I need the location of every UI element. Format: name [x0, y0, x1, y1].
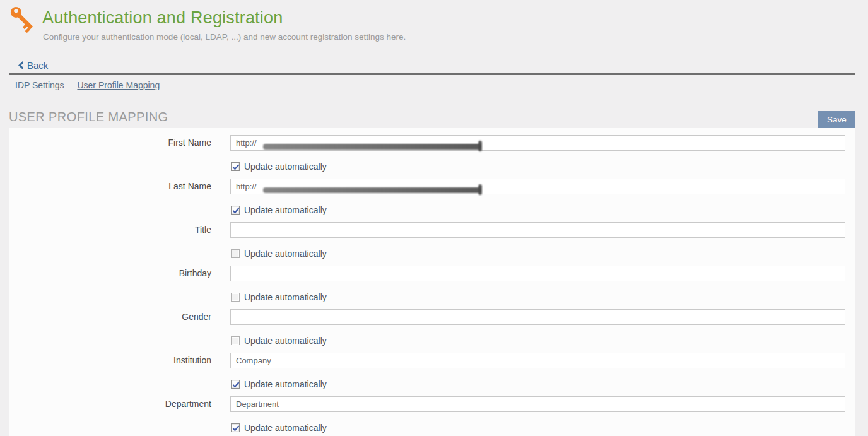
field-row-title: Title Update automatically [9, 222, 855, 264]
field-input-department[interactable] [230, 396, 845, 412]
update-automatically-row: Update automatically [231, 205, 327, 215]
update-automatically-label: Update automatically [244, 336, 327, 346]
field-row-last-name: Last Name Update automatically [9, 179, 855, 221]
update-automatically-label: Update automatically [244, 205, 327, 215]
update-automatically-checkbox-gender[interactable] [231, 336, 240, 345]
field-input-wrap [230, 179, 845, 194]
check-icon [232, 207, 240, 215]
check-icon [232, 381, 240, 389]
field-input-gender[interactable] [230, 309, 845, 325]
field-input-wrap [230, 396, 845, 412]
field-input-wrap [230, 353, 845, 368]
update-automatically-checkbox-institution[interactable] [231, 380, 240, 389]
update-automatically-checkbox-birthday[interactable] [231, 293, 240, 302]
redacted-value-smudge [263, 144, 481, 150]
field-label-birthday: Birthday [9, 266, 211, 281]
update-automatically-row: Update automatically [231, 379, 327, 389]
field-label-institution: Institution [9, 353, 211, 368]
check-icon [232, 163, 240, 171]
page-title: Authentication and Registration [42, 8, 283, 28]
tab-idp-settings[interactable]: IDP Settings [15, 80, 64, 90]
section-heading: USER PROFILE MAPPING [9, 110, 168, 124]
field-label-title: Title [9, 222, 211, 238]
redacted-value-smudge [263, 187, 481, 193]
field-label-last-name: Last Name [9, 179, 211, 194]
back-chevron-icon [17, 61, 24, 70]
field-label-gender: Gender [9, 309, 211, 325]
check-icon [232, 425, 240, 432]
back-link[interactable]: Back [17, 60, 48, 71]
field-row-gender: Gender Update automatically [9, 309, 855, 351]
field-row-institution: Institution Update automatically [9, 353, 855, 395]
field-row-first-name: First Name Update automatically [9, 135, 855, 177]
field-label-department: Department [9, 396, 211, 412]
field-input-wrap [230, 135, 845, 151]
update-automatically-row: Update automatically [231, 162, 327, 172]
key-icon [8, 4, 38, 34]
field-row-birthday: Birthday Update automatically [9, 266, 855, 308]
field-input-wrap [230, 266, 845, 281]
field-input-wrap [230, 309, 845, 325]
tab-user-profile-mapping[interactable]: User Profile Mapping [77, 80, 160, 90]
update-automatically-label: Update automatically [244, 379, 327, 389]
field-row-department: Department Update automatically [9, 396, 855, 436]
update-automatically-label: Update automatically [244, 423, 327, 433]
update-automatically-checkbox-first-name[interactable] [231, 162, 240, 171]
field-input-birthday[interactable] [230, 266, 845, 281]
field-input-title[interactable] [230, 222, 845, 238]
update-automatically-checkbox-department[interactable] [231, 423, 240, 432]
update-automatically-row: Update automatically [231, 423, 327, 433]
field-input-wrap [230, 222, 845, 238]
field-input-institution[interactable] [230, 353, 845, 368]
page-subtitle: Configure your authentication mode (loca… [43, 32, 406, 42]
update-automatically-row: Update automatically [231, 336, 327, 346]
update-automatically-checkbox-last-name[interactable] [231, 206, 240, 215]
tab-bar: IDP Settings User Profile Mapping [15, 80, 160, 90]
update-automatically-label: Update automatically [244, 292, 327, 302]
update-automatically-label: Update automatically [244, 162, 327, 172]
back-label: Back [27, 60, 48, 71]
update-automatically-label: Update automatically [244, 249, 327, 259]
save-button[interactable]: Save [818, 111, 855, 128]
update-automatically-row: Update automatically [231, 249, 327, 259]
update-automatically-row: Update automatically [231, 292, 327, 302]
field-label-first-name: First Name [9, 135, 211, 151]
update-automatically-checkbox-title[interactable] [231, 249, 240, 258]
user-profile-mapping-form: First Name Update automatically Last Nam… [9, 128, 855, 436]
header-separator [9, 73, 855, 75]
